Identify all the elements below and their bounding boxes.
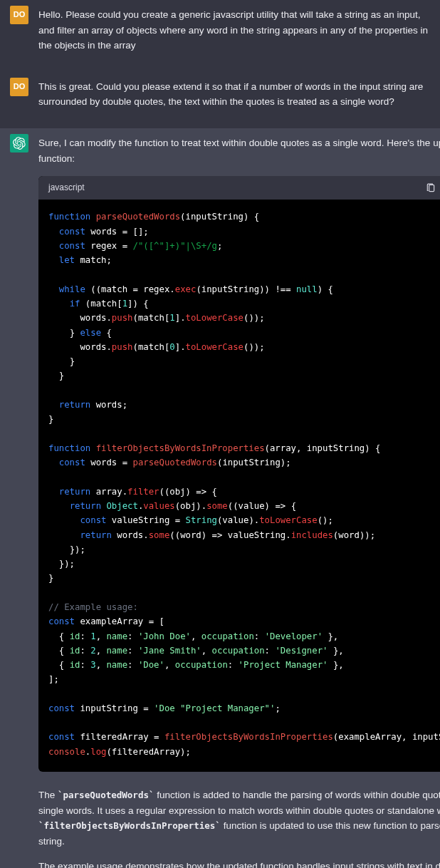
code-block: javascript Copy code function parseQuote… xyxy=(38,176,440,772)
openai-icon xyxy=(13,137,26,150)
inline-code: `parseQuotedWords` xyxy=(58,790,154,800)
user-message: DO Hello. Please could you create a gene… xyxy=(0,0,440,72)
clipboard-icon xyxy=(426,183,436,193)
assistant-explain-2: The example usage demonstrates how the u… xyxy=(38,859,440,868)
svg-rect-0 xyxy=(429,185,434,191)
code-language-label: javascript xyxy=(48,181,85,195)
assistant-explain-1: The `parseQuotedWords` function is added… xyxy=(38,787,440,849)
user-avatar: DO xyxy=(10,6,28,24)
message-text: This is great. Could you please extend i… xyxy=(38,79,430,110)
copy-code-button[interactable]: Copy code xyxy=(426,181,440,195)
message-content: Hello. Please could you create a generic… xyxy=(38,6,430,63)
message-text: Hello. Please could you create a generic… xyxy=(38,7,430,53)
user-message: DO This is great. Could you please exten… xyxy=(0,72,440,128)
user-avatar: DO xyxy=(10,78,28,96)
code-content[interactable]: function parseQuotedWords(inputString) {… xyxy=(38,200,440,772)
assistant-avatar xyxy=(10,134,28,153)
message-content: Sure, I can modify the function to treat… xyxy=(38,134,440,868)
code-toolbar: javascript Copy code xyxy=(38,176,440,200)
assistant-intro: Sure, I can modify the function to treat… xyxy=(38,135,440,166)
message-content: This is great. Could you please extend i… xyxy=(38,78,430,120)
assistant-message: Sure, I can modify the function to treat… xyxy=(0,128,440,868)
inline-code: `filterObjectsByWordsInProperties` xyxy=(38,820,221,831)
